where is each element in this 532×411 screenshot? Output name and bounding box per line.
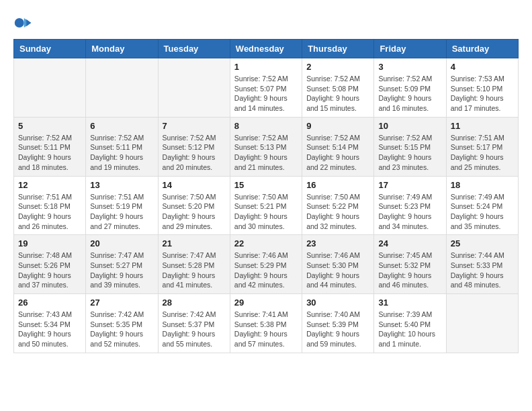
- calendar-week-row: 12Sunrise: 7:51 AM Sunset: 5:18 PM Dayli…: [14, 176, 519, 235]
- weekday-header: Tuesday: [158, 40, 230, 58]
- day-number: 8: [234, 121, 298, 131]
- calendar-week-row: 26Sunrise: 7:43 AM Sunset: 5:34 PM Dayli…: [14, 294, 519, 353]
- calendar-cell: 1Sunrise: 7:52 AM Sunset: 5:07 PM Daylig…: [230, 58, 302, 118]
- calendar-cell: 2Sunrise: 7:52 AM Sunset: 5:08 PM Daylig…: [302, 58, 374, 118]
- day-number: 19: [18, 238, 81, 248]
- day-info: Sunrise: 7:48 AM Sunset: 5:26 PM Dayligh…: [18, 250, 81, 290]
- calendar-cell: 21Sunrise: 7:47 AM Sunset: 5:28 PM Dayli…: [158, 235, 230, 294]
- day-number: 11: [451, 121, 514, 131]
- day-number: 2: [306, 62, 369, 72]
- day-info: Sunrise: 7:40 AM Sunset: 5:39 PM Dayligh…: [306, 310, 369, 349]
- day-info: Sunrise: 7:44 AM Sunset: 5:33 PM Dayligh…: [451, 250, 514, 290]
- day-info: Sunrise: 7:51 AM Sunset: 5:17 PM Dayligh…: [451, 133, 514, 173]
- calendar-cell: 26Sunrise: 7:43 AM Sunset: 5:34 PM Dayli…: [14, 294, 86, 353]
- day-info: Sunrise: 7:52 AM Sunset: 5:14 PM Dayligh…: [306, 133, 369, 173]
- day-info: Sunrise: 7:52 AM Sunset: 5:09 PM Dayligh…: [378, 74, 441, 113]
- calendar-cell: 13Sunrise: 7:51 AM Sunset: 5:19 PM Dayli…: [86, 176, 158, 235]
- day-number: 5: [18, 121, 81, 131]
- calendar-cell: 28Sunrise: 7:42 AM Sunset: 5:37 PM Dayli…: [158, 294, 230, 353]
- calendar-cell: [86, 58, 158, 118]
- calendar-cell: [14, 58, 86, 118]
- day-info: Sunrise: 7:39 AM Sunset: 5:40 PM Dayligh…: [378, 310, 441, 349]
- day-number: 24: [378, 238, 441, 248]
- day-info: Sunrise: 7:52 AM Sunset: 5:08 PM Dayligh…: [306, 74, 369, 113]
- day-info: Sunrise: 7:47 AM Sunset: 5:27 PM Dayligh…: [90, 250, 153, 290]
- calendar-cell: [158, 58, 230, 118]
- calendar-cell: 29Sunrise: 7:41 AM Sunset: 5:38 PM Dayli…: [230, 294, 302, 353]
- calendar-cell: 14Sunrise: 7:50 AM Sunset: 5:20 PM Dayli…: [158, 176, 230, 235]
- calendar-cell: 20Sunrise: 7:47 AM Sunset: 5:27 PM Dayli…: [86, 235, 158, 294]
- calendar-cell: 6Sunrise: 7:52 AM Sunset: 5:11 PM Daylig…: [86, 117, 158, 176]
- calendar-cell: 12Sunrise: 7:51 AM Sunset: 5:18 PM Dayli…: [14, 176, 86, 235]
- day-number: 21: [163, 238, 226, 248]
- day-number: 14: [163, 180, 226, 190]
- calendar-cell: 22Sunrise: 7:46 AM Sunset: 5:29 PM Dayli…: [230, 235, 302, 294]
- day-info: Sunrise: 7:46 AM Sunset: 5:29 PM Dayligh…: [234, 250, 298, 290]
- day-info: Sunrise: 7:52 AM Sunset: 5:07 PM Dayligh…: [234, 74, 298, 113]
- calendar-cell: 11Sunrise: 7:51 AM Sunset: 5:17 PM Dayli…: [446, 117, 518, 176]
- day-info: Sunrise: 7:43 AM Sunset: 5:34 PM Dayligh…: [18, 310, 81, 349]
- calendar-cell: 24Sunrise: 7:45 AM Sunset: 5:32 PM Dayli…: [374, 235, 446, 294]
- day-number: 9: [306, 121, 369, 131]
- day-number: 3: [378, 62, 441, 72]
- calendar-cell: 7Sunrise: 7:52 AM Sunset: 5:12 PM Daylig…: [158, 117, 230, 176]
- svg-marker-2: [26, 19, 31, 27]
- weekday-header: Thursday: [302, 40, 374, 58]
- day-info: Sunrise: 7:42 AM Sunset: 5:37 PM Dayligh…: [163, 310, 226, 349]
- weekday-header: Sunday: [14, 40, 86, 58]
- day-number: 10: [378, 121, 441, 131]
- calendar-cell: 4Sunrise: 7:53 AM Sunset: 5:10 PM Daylig…: [446, 58, 518, 118]
- page-header: [13, 13, 519, 32]
- calendar-cell: 23Sunrise: 7:46 AM Sunset: 5:30 PM Dayli…: [302, 235, 374, 294]
- day-number: 27: [90, 298, 153, 308]
- day-info: Sunrise: 7:46 AM Sunset: 5:30 PM Dayligh…: [306, 250, 369, 290]
- day-number: 31: [378, 298, 441, 308]
- calendar-header-row: SundayMondayTuesdayWednesdayThursdayFrid…: [14, 40, 519, 58]
- calendar-cell: 16Sunrise: 7:50 AM Sunset: 5:22 PM Dayli…: [302, 176, 374, 235]
- day-number: 25: [451, 238, 514, 248]
- day-info: Sunrise: 7:50 AM Sunset: 5:21 PM Dayligh…: [234, 192, 298, 232]
- calendar-cell: 3Sunrise: 7:52 AM Sunset: 5:09 PM Daylig…: [374, 58, 446, 118]
- day-info: Sunrise: 7:50 AM Sunset: 5:20 PM Dayligh…: [163, 192, 226, 232]
- calendar-cell: 25Sunrise: 7:44 AM Sunset: 5:33 PM Dayli…: [446, 235, 518, 294]
- calendar-week-row: 5Sunrise: 7:52 AM Sunset: 5:11 PM Daylig…: [14, 117, 519, 176]
- day-info: Sunrise: 7:45 AM Sunset: 5:32 PM Dayligh…: [378, 250, 441, 290]
- day-info: Sunrise: 7:52 AM Sunset: 5:15 PM Dayligh…: [378, 133, 441, 173]
- calendar-cell: 9Sunrise: 7:52 AM Sunset: 5:14 PM Daylig…: [302, 117, 374, 176]
- day-info: Sunrise: 7:49 AM Sunset: 5:23 PM Dayligh…: [378, 192, 441, 232]
- day-info: Sunrise: 7:52 AM Sunset: 5:11 PM Dayligh…: [90, 133, 153, 173]
- day-number: 13: [90, 180, 153, 190]
- calendar-cell: 5Sunrise: 7:52 AM Sunset: 5:11 PM Daylig…: [14, 117, 86, 176]
- day-number: 23: [306, 238, 369, 248]
- day-number: 20: [90, 238, 153, 248]
- calendar-cell: [446, 294, 518, 353]
- day-info: Sunrise: 7:49 AM Sunset: 5:24 PM Dayligh…: [451, 192, 514, 232]
- weekday-header: Wednesday: [230, 40, 302, 58]
- weekday-header: Monday: [86, 40, 158, 58]
- calendar-cell: 30Sunrise: 7:40 AM Sunset: 5:39 PM Dayli…: [302, 294, 374, 353]
- day-info: Sunrise: 7:53 AM Sunset: 5:10 PM Dayligh…: [451, 74, 514, 113]
- day-number: 1: [234, 62, 298, 72]
- day-number: 7: [163, 121, 226, 131]
- calendar-cell: 19Sunrise: 7:48 AM Sunset: 5:26 PM Dayli…: [14, 235, 86, 294]
- day-number: 22: [234, 238, 298, 248]
- day-number: 17: [378, 180, 441, 190]
- day-number: 12: [18, 180, 81, 190]
- day-number: 28: [163, 298, 226, 308]
- calendar-body: 1Sunrise: 7:52 AM Sunset: 5:07 PM Daylig…: [14, 58, 519, 353]
- day-info: Sunrise: 7:51 AM Sunset: 5:19 PM Dayligh…: [90, 192, 153, 232]
- day-info: Sunrise: 7:52 AM Sunset: 5:11 PM Dayligh…: [18, 133, 81, 173]
- day-number: 29: [234, 298, 298, 308]
- calendar-cell: 18Sunrise: 7:49 AM Sunset: 5:24 PM Dayli…: [446, 176, 518, 235]
- svg-point-0: [15, 18, 24, 28]
- day-number: 26: [18, 298, 81, 308]
- day-number: 16: [306, 180, 369, 190]
- day-info: Sunrise: 7:52 AM Sunset: 5:13 PM Dayligh…: [234, 133, 298, 173]
- day-number: 4: [451, 62, 514, 72]
- calendar-cell: 8Sunrise: 7:52 AM Sunset: 5:13 PM Daylig…: [230, 117, 302, 176]
- day-info: Sunrise: 7:50 AM Sunset: 5:22 PM Dayligh…: [306, 192, 369, 232]
- day-info: Sunrise: 7:42 AM Sunset: 5:35 PM Dayligh…: [90, 310, 153, 349]
- logo-icon: [13, 13, 32, 32]
- calendar-week-row: 1Sunrise: 7:52 AM Sunset: 5:07 PM Daylig…: [14, 58, 519, 118]
- calendar-cell: 15Sunrise: 7:50 AM Sunset: 5:21 PM Dayli…: [230, 176, 302, 235]
